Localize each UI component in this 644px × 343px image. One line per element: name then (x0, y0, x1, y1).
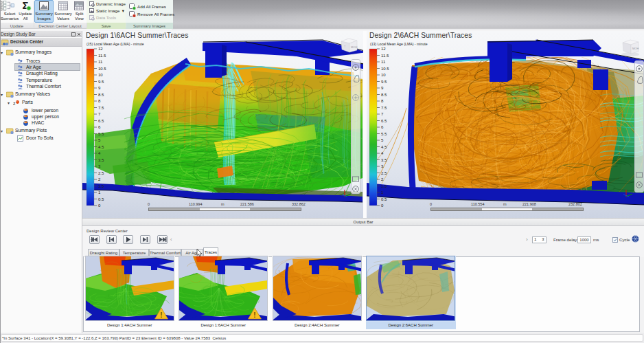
svg-text:11: 11 (381, 60, 386, 64)
svg-text:7: 7 (98, 112, 101, 116)
svg-text:5.5: 5.5 (98, 132, 104, 136)
svg-text:0: 0 (381, 203, 384, 208)
svg-text:8: 8 (381, 99, 384, 103)
svg-text:10.5: 10.5 (381, 67, 389, 71)
svg-text:7.5: 7.5 (381, 106, 387, 110)
svg-text:10.5: 10.5 (98, 67, 106, 71)
svg-text:7.5: 7.5 (98, 106, 104, 110)
svg-text:9: 9 (381, 86, 384, 90)
svg-text:9.5: 9.5 (381, 80, 387, 84)
svg-text:6: 6 (381, 125, 384, 129)
svg-text:8: 8 (98, 99, 101, 103)
svg-text:0.5: 0.5 (381, 197, 387, 201)
svg-text:0.5: 0.5 (98, 197, 104, 201)
svg-text:10: 10 (381, 73, 386, 77)
svg-text:11: 11 (98, 60, 103, 64)
svg-text:5.5: 5.5 (381, 132, 387, 136)
svg-text:9.5: 9.5 (98, 80, 104, 84)
svg-text:11.5: 11.5 (98, 54, 106, 58)
svg-text:2: 2 (98, 177, 101, 181)
svg-text:6.5: 6.5 (381, 119, 387, 123)
svg-text:8.5: 8.5 (98, 93, 104, 97)
svg-text:2.5: 2.5 (381, 171, 387, 175)
svg-text:1: 1 (98, 190, 101, 195)
svg-text:z: z (13, 101, 16, 106)
svg-text:6.5: 6.5 (98, 119, 104, 123)
svg-text:4.5: 4.5 (381, 145, 387, 149)
svg-text:!: ! (253, 311, 255, 319)
svg-text:10: 10 (98, 73, 103, 77)
svg-text:12: 12 (381, 47, 386, 51)
svg-text:7: 7 (381, 112, 384, 116)
svg-text:11.5: 11.5 (381, 54, 389, 58)
svg-text:3.5: 3.5 (98, 158, 104, 162)
svg-text:9: 9 (98, 86, 101, 90)
svg-text:!: ! (160, 311, 162, 319)
svg-text:12: 12 (98, 47, 103, 51)
svg-text:1.5: 1.5 (98, 184, 104, 188)
svg-text:8.5: 8.5 (381, 93, 387, 97)
svg-text:0: 0 (98, 203, 101, 208)
svg-text:2.5: 2.5 (98, 171, 104, 175)
svg-text:1.5: 1.5 (381, 184, 387, 188)
svg-text:MOH: MOH (632, 47, 639, 50)
svg-text:5: 5 (381, 138, 384, 142)
svg-text:4.5: 4.5 (98, 145, 104, 149)
svg-text:3.5: 3.5 (381, 158, 387, 162)
svg-text:6: 6 (98, 125, 101, 129)
svg-text:MOH: MOH (351, 45, 357, 49)
